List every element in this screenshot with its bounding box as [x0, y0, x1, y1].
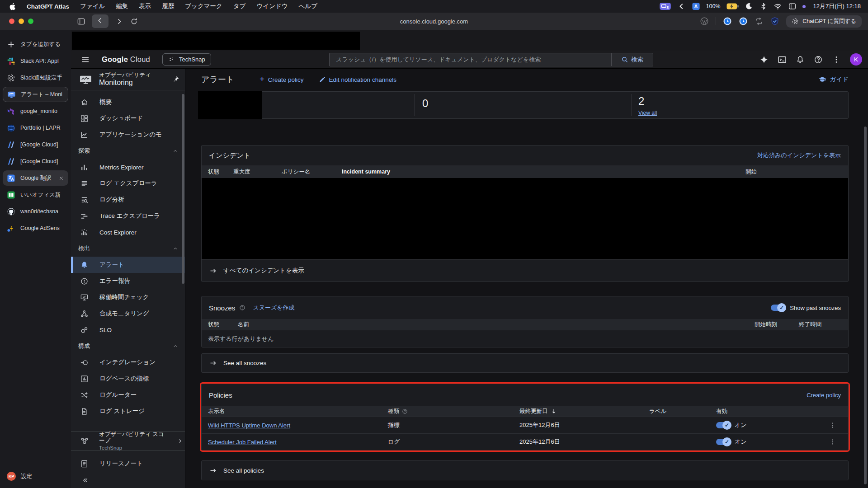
nav-item[interactable]: インテグレーション [71, 354, 185, 371]
create-policy-link[interactable]: Create policy [807, 392, 841, 399]
row-menu-icon[interactable] [829, 438, 836, 446]
chevron-up-icon[interactable] [173, 343, 178, 349]
chevron-up-icon[interactable] [173, 246, 178, 251]
nav-item[interactable]: 合成モニタリング [71, 305, 185, 322]
nav-item[interactable]: ログベースの指標 [71, 371, 185, 387]
browser-tab[interactable]: Portfolio | LAPR [3, 120, 68, 136]
nav-item-release-notes[interactable]: リリースノート [71, 455, 185, 472]
notifications-bell-icon[interactable] [796, 55, 805, 64]
nav-item[interactable]: 構成 [71, 338, 185, 354]
nav-item[interactable]: エラー報告 [71, 273, 185, 289]
search-button[interactable]: 検索 [611, 53, 653, 66]
menu-item[interactable]: ヘルプ [299, 2, 317, 10]
browser-tab[interactable]: google_monito [3, 103, 68, 119]
browser-tab[interactable]: wan0ri/techsna [3, 204, 68, 219]
nav-item[interactable]: 検出 [71, 240, 185, 257]
clock-extension-icon[interactable] [739, 17, 748, 26]
show-resolved-incidents-link[interactable]: 対応済みのインシデントを表示 [757, 151, 841, 160]
browser-tab[interactable]: いいオフィス新 [3, 187, 68, 202]
browser-tab[interactable]: アラート – Moni [3, 87, 68, 102]
collapse-nav-button[interactable] [71, 472, 185, 488]
nav-item[interactable]: アプリケーションのモ [71, 127, 185, 143]
address-bar[interactable]: console.cloud.google.com [400, 18, 468, 25]
see-all-policies-button[interactable]: See all policies [201, 460, 849, 480]
menu-item[interactable]: ファイル [80, 2, 105, 10]
show-past-snoozes-toggle[interactable]: ✓ [771, 305, 785, 311]
page-scrollbar[interactable] [864, 127, 867, 484]
menu-item[interactable]: タブ [233, 2, 246, 10]
nav-item[interactable]: Trace エクスプローラ [71, 208, 185, 224]
menu-item[interactable]: 表示 [139, 2, 151, 10]
nav-item[interactable]: アラート [71, 257, 185, 273]
nav-item[interactable]: 探索 [71, 143, 185, 159]
wifi-icon[interactable] [774, 2, 782, 10]
help-icon[interactable] [814, 55, 823, 64]
chevron-up-icon[interactable] [173, 148, 178, 154]
forward-button[interactable] [115, 17, 123, 26]
window-manager-icon[interactable] [788, 2, 797, 10]
row-menu-icon[interactable] [829, 422, 836, 429]
help-icon[interactable] [402, 408, 408, 414]
browser-tab[interactable]: Google 翻訳 [3, 170, 68, 186]
menu-app-name[interactable]: ChatGPT Atlas [27, 3, 69, 10]
browser-tab[interactable]: Google AdSens [3, 221, 68, 236]
account-avatar[interactable]: K [850, 53, 862, 66]
sort-by-updated[interactable]: 最終更新日 [519, 408, 649, 415]
guide-link[interactable]: ガイド [818, 75, 849, 84]
nav-item[interactable]: ログルーター [71, 387, 185, 403]
nav-scrollbar[interactable] [182, 94, 184, 284]
shield-extension-icon[interactable] [770, 17, 779, 26]
menu-datetime[interactable]: 12月7日(日) 12:18 [813, 2, 861, 10]
translate-extension-icon[interactable] [755, 17, 764, 26]
create-policy-button[interactable]: + Create policy [259, 76, 303, 83]
observability-scope-selector[interactable]: オブザーバビリティ スコープ TechSnap [71, 431, 185, 451]
nav-item[interactable]: 稼働時間チェック [71, 289, 185, 305]
help-icon[interactable] [239, 305, 245, 311]
browser-tab[interactable]: [Google Cloud] [3, 137, 68, 152]
search-input[interactable] [330, 56, 611, 63]
browser-tab[interactable]: [Google Cloud] [3, 154, 68, 169]
reload-button[interactable] [130, 17, 138, 26]
browser-tab[interactable]: Slack通知設定手 [3, 70, 68, 85]
sidebar-toggle-icon[interactable] [77, 17, 85, 26]
browser-tab[interactable]: Slack API: Appl [3, 53, 68, 69]
back-button[interactable] [92, 14, 108, 28]
profile-avatar[interactable]: KP [7, 472, 16, 481]
close-window-button[interactable] [9, 19, 14, 24]
nav-item[interactable]: Cost Explorer [71, 224, 185, 240]
see-all-incidents-button[interactable]: すべてのインシデントを表示 [202, 259, 848, 282]
maximize-window-button[interactable] [28, 19, 33, 24]
google-cloud-logo[interactable]: Google Cloud [102, 55, 150, 64]
close-tab-icon[interactable] [58, 175, 64, 181]
create-snooze-link[interactable]: スヌーズを作成 [253, 304, 294, 312]
policy-name-link[interactable]: Scheduler Job Failed Alert [208, 439, 388, 446]
cloud-shell-icon[interactable] [778, 55, 787, 64]
policy-enabled-toggle[interactable]: ✓ [716, 422, 730, 428]
apple-icon[interactable] [9, 3, 16, 10]
input-source-icon[interactable]: A [692, 2, 700, 10]
menu-item[interactable]: ウインドウ [257, 2, 288, 10]
more-vertical-icon[interactable] [832, 55, 841, 64]
project-selector[interactable]: TechSnap [162, 53, 211, 66]
pin-icon[interactable] [172, 75, 179, 83]
nav-item[interactable]: ログ分析 [71, 192, 185, 208]
add-tab-button[interactable]: タブを追加する [3, 37, 68, 52]
chevron-left-icon[interactable] [677, 2, 686, 10]
menu-item[interactable]: 編集 [116, 2, 128, 10]
nav-item[interactable]: ログ エクスプローラ [71, 175, 185, 192]
view-all-link[interactable]: View all [638, 110, 657, 116]
minimize-window-button[interactable] [19, 19, 24, 24]
nav-item[interactable]: Metrics Explorer [71, 159, 185, 175]
clock-extension-icon[interactable] [723, 17, 732, 26]
moon-icon[interactable] [745, 2, 753, 10]
nav-item[interactable]: 概要 [71, 94, 185, 110]
nav-item[interactable]: ダッシュボード [71, 110, 185, 127]
screen-mirroring-icon[interactable] [659, 2, 671, 10]
policy-name-link[interactable]: Wiki HTTPS Uptime Down Alert [208, 422, 388, 429]
browser-settings-button[interactable]: KP 設定 [3, 468, 68, 484]
see-all-snoozes-button[interactable]: See all snoozes [201, 353, 849, 373]
gemini-sparkle-icon[interactable] [760, 55, 769, 64]
wordpress-extension-icon[interactable] [700, 17, 709, 26]
bluetooth-icon[interactable] [759, 2, 768, 10]
hamburger-menu-icon[interactable] [81, 55, 90, 64]
